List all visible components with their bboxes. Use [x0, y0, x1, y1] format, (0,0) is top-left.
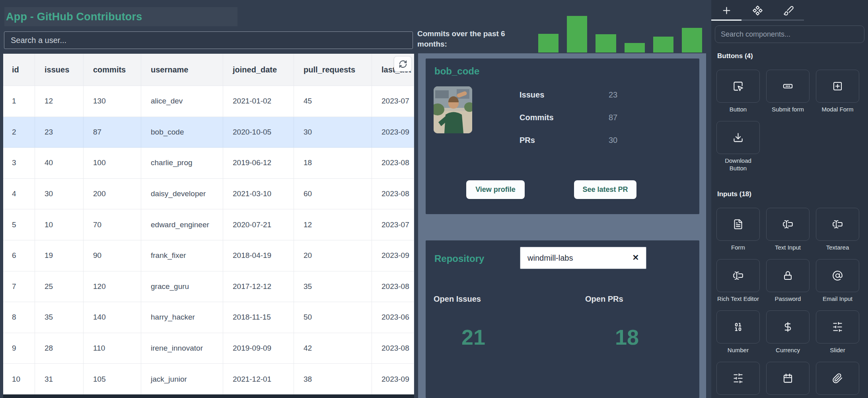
tab-components[interactable]: [742, 0, 773, 21]
detail-panel: bob_code Issues23Commits87PRs30 View pro…: [418, 53, 706, 398]
table-cell: 110: [84, 333, 141, 364]
stat-label: Issues: [520, 90, 544, 99]
plus-icon: [721, 5, 732, 16]
table-row[interactable]: 112130alice_dev2021-01-02452023-07: [3, 86, 414, 117]
component-label: Number: [716, 346, 760, 354]
table-row[interactable]: 51070edward_engineer2020-07-21122023-07: [3, 209, 414, 240]
components-panel: Buttons (4)ButtonSubmit formModal FormDo…: [711, 0, 868, 398]
view-profile-button[interactable]: View profile: [466, 180, 525, 199]
table-cell: 10: [3, 364, 35, 395]
table-row[interactable]: 835140harry_hacker2018-11-15502023-06: [3, 302, 414, 333]
table-cell: 100: [84, 148, 141, 179]
component-label: Text Input: [766, 244, 810, 251]
component-card[interactable]: [716, 208, 760, 241]
table-row[interactable]: 725120grace_guru2017-12-12352023-08: [3, 271, 414, 302]
component-item: Submit form: [766, 70, 810, 113]
table-cell: alice_dev: [141, 86, 223, 117]
sliders-icon: [733, 373, 743, 384]
component-item: Textarea: [816, 208, 859, 251]
component-card[interactable]: [766, 310, 810, 343]
table-cell: 70: [84, 209, 141, 240]
stat-label: PRs: [520, 136, 535, 144]
table-row[interactable]: 61990frank_fixer2018-04-19202023-09: [3, 240, 414, 271]
tab-insert[interactable]: [711, 0, 742, 21]
table-cell: 38: [294, 364, 372, 395]
table-cell: 30: [294, 117, 372, 148]
component-grid: ButtonSubmit formModal FormDownload Butt…: [716, 70, 864, 172]
calendar-icon: [782, 373, 793, 384]
component-label: Form: [716, 244, 760, 251]
component-card[interactable]: [766, 362, 810, 395]
commits-bar-chart: [538, 16, 702, 53]
component-card[interactable]: [816, 259, 859, 292]
table-cell: 35: [35, 302, 84, 333]
component-card[interactable]: [816, 362, 859, 395]
chart-bar: [538, 34, 559, 53]
table-cell: grace_guru: [141, 271, 223, 302]
paintbrush-icon: [783, 5, 794, 16]
component-item: [816, 362, 859, 398]
search-input[interactable]: [4, 31, 413, 49]
component-search-input[interactable]: [715, 25, 864, 43]
contributor-card: bob_code Issues23Commits87PRs30 View pro…: [426, 59, 699, 214]
table-cell: 12: [35, 86, 84, 117]
table-cell: 2018-11-15: [223, 302, 294, 333]
component-card[interactable]: [716, 70, 760, 103]
stat-row: Commits87: [520, 113, 691, 123]
page-title: App - GitHub Contributors: [4, 11, 142, 23]
tab-style[interactable]: [773, 0, 804, 21]
component-card[interactable]: [766, 259, 810, 292]
table-refresh-button[interactable]: [394, 56, 412, 72]
table-cell: 12: [294, 209, 372, 240]
component-card[interactable]: [816, 70, 859, 103]
component-card[interactable]: [716, 121, 760, 154]
component-card[interactable]: [766, 70, 810, 103]
repository-input[interactable]: [520, 247, 646, 269]
open-prs-value: 18: [603, 325, 651, 349]
component-card[interactable]: [816, 208, 859, 241]
table-cell: 5: [3, 209, 35, 240]
table-row[interactable]: 1031105jack_junior2021-12-01382023-09: [3, 364, 414, 395]
table-cell: 42: [294, 333, 372, 364]
component-label: Submit form: [766, 105, 810, 113]
at-sign-icon: [832, 270, 843, 281]
component-item: Form: [716, 208, 760, 251]
table-cell: 2020-10-05: [223, 117, 294, 148]
table-cell: 40: [35, 148, 84, 179]
component-item: Number: [716, 310, 760, 354]
table-cell: bob_code: [141, 117, 223, 148]
table-row[interactable]: 430200daisy_developer2021-03-10602023-08: [3, 179, 414, 210]
see-latest-pr-button[interactable]: See latest PR: [574, 180, 636, 199]
table-cell: 2018-04-19: [223, 240, 294, 271]
tab-active-indicator: [711, 20, 741, 21]
component-item: [766, 362, 810, 398]
open-prs-label: Open PRs: [585, 295, 623, 304]
component-card[interactable]: [816, 310, 859, 343]
chart-bar: [625, 43, 645, 53]
table-cell: 90: [84, 240, 141, 271]
chart-bar: [567, 16, 587, 53]
table-row[interactable]: 928110irene_innovator2019-09-09422023-08: [3, 333, 414, 364]
table-cell: 10: [35, 209, 84, 240]
table-header-cell: id: [3, 54, 35, 86]
clear-icon[interactable]: ✕: [631, 252, 641, 263]
table-row[interactable]: 22387bob_code2020-10-05302023-09: [3, 117, 414, 148]
table-cell: 2023-09: [372, 364, 414, 395]
table-header-cell: username: [141, 54, 223, 86]
table-cell: 140: [84, 302, 141, 333]
table-row[interactable]: 340100charlie_prog2019-06-12182023-08: [3, 148, 414, 179]
table-cell: 25: [35, 271, 84, 302]
table-cell: 20: [294, 240, 372, 271]
component-label: Button: [716, 105, 760, 113]
component-card[interactable]: [716, 310, 760, 343]
component-card[interactable]: [766, 208, 810, 241]
contributors-table: idissuescommitsusernamejoined_datepull_r…: [3, 54, 414, 395]
table-cell: charlie_prog: [141, 148, 223, 179]
table-cell: 19: [35, 240, 84, 271]
stat-label: Commits: [520, 113, 554, 122]
download-icon: [733, 132, 743, 143]
table-cell: 50: [294, 302, 372, 333]
repository-input-wrap: ✕: [520, 247, 646, 269]
component-card[interactable]: [716, 259, 760, 292]
component-card[interactable]: [716, 362, 760, 395]
